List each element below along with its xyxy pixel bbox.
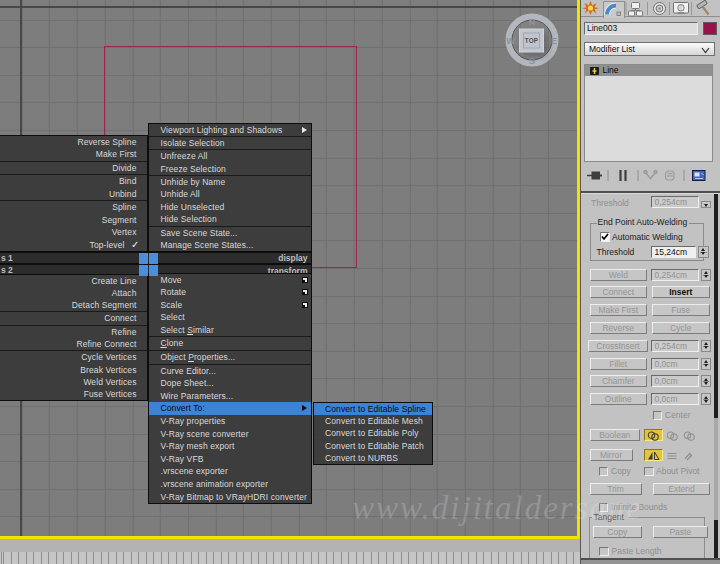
- svg-text:N: N: [529, 17, 536, 27]
- svg-text:E: E: [551, 36, 557, 46]
- svg-text:TOP: TOP: [525, 37, 539, 44]
- svg-text:S: S: [529, 56, 535, 66]
- svg-text:W: W: [506, 36, 515, 46]
